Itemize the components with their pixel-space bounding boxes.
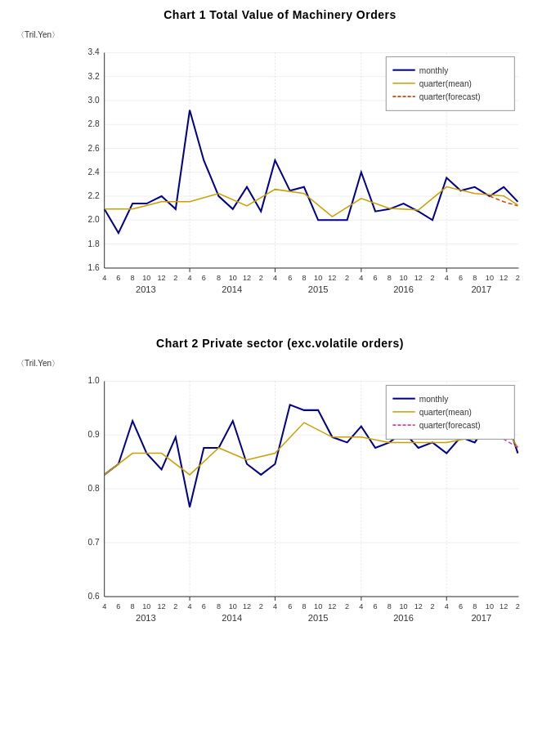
- svg-text:2: 2: [173, 602, 177, 611]
- chart1-monthly-line: [105, 110, 518, 233]
- chart2-area: 〈Tril.Yen〉 1.0 0.9 0.8 0.7 0.6: [16, 356, 544, 641]
- chart1-container: Chart 1 Total Value of Machinery Orders …: [16, 8, 544, 312]
- svg-text:6: 6: [202, 602, 206, 611]
- svg-text:8: 8: [302, 274, 307, 282]
- svg-text:2013: 2013: [136, 284, 156, 294]
- svg-text:2017: 2017: [472, 613, 492, 623]
- svg-text:1.8: 1.8: [88, 239, 100, 248]
- svg-text:4: 4: [445, 602, 449, 611]
- svg-text:2: 2: [345, 274, 349, 282]
- chart2-title: Chart 2 Private sector (exc.volatile ord…: [16, 337, 544, 350]
- svg-text:0.8: 0.8: [88, 484, 100, 493]
- svg-text:10: 10: [142, 602, 150, 611]
- page: Chart 1 Total Value of Machinery Orders …: [0, 0, 560, 673]
- svg-text:4: 4: [273, 274, 277, 282]
- svg-text:2016: 2016: [393, 284, 414, 294]
- svg-text:4: 4: [102, 602, 106, 611]
- svg-text:2: 2: [516, 274, 520, 282]
- svg-text:8: 8: [473, 602, 477, 611]
- svg-text:0.6: 0.6: [88, 592, 100, 601]
- svg-text:4: 4: [273, 602, 277, 611]
- svg-text:8: 8: [217, 274, 221, 282]
- svg-text:8: 8: [388, 602, 392, 611]
- svg-text:4: 4: [359, 602, 363, 611]
- svg-text:2013: 2013: [136, 613, 156, 623]
- svg-text:12: 12: [328, 274, 336, 282]
- svg-text:10: 10: [486, 602, 494, 611]
- svg-text:3.2: 3.2: [88, 72, 100, 81]
- svg-text:quarter(forecast): quarter(forecast): [419, 421, 481, 430]
- svg-text:12: 12: [243, 602, 251, 611]
- chart1-y-label: 〈Tril.Yen〉: [16, 28, 60, 312]
- svg-text:12: 12: [243, 274, 251, 282]
- svg-text:6: 6: [288, 602, 292, 611]
- chart1-inner: 3.4 3.2 3.0 2.8 2.6 2.4 2.2 2.0 1.8 1.6: [63, 28, 544, 312]
- svg-text:2014: 2014: [222, 613, 243, 623]
- svg-text:2.0: 2.0: [88, 215, 100, 224]
- svg-text:monthly: monthly: [419, 66, 449, 75]
- svg-text:2016: 2016: [393, 613, 414, 623]
- svg-text:2.6: 2.6: [88, 144, 100, 153]
- svg-text:0.9: 0.9: [88, 430, 100, 439]
- svg-text:12: 12: [500, 602, 508, 611]
- chart2-y-label: 〈Tril.Yen〉: [16, 356, 60, 641]
- svg-text:4: 4: [445, 274, 449, 282]
- svg-text:8: 8: [302, 602, 307, 611]
- svg-text:8: 8: [131, 602, 135, 611]
- svg-text:2015: 2015: [308, 284, 329, 294]
- svg-text:2: 2: [259, 274, 263, 282]
- svg-text:3.0: 3.0: [88, 96, 100, 105]
- svg-text:6: 6: [117, 602, 121, 611]
- svg-text:12: 12: [500, 274, 508, 282]
- svg-text:4: 4: [102, 274, 106, 282]
- svg-text:1.6: 1.6: [88, 263, 100, 272]
- chart2-svg: 1.0 0.9 0.8 0.7 0.6: [63, 356, 544, 638]
- svg-text:1.0: 1.0: [88, 376, 100, 385]
- svg-text:2.4: 2.4: [88, 168, 100, 177]
- svg-text:10: 10: [142, 274, 150, 282]
- svg-text:2015: 2015: [308, 613, 329, 623]
- chart1-svg: 3.4 3.2 3.0 2.8 2.6 2.4 2.2 2.0 1.8 1.6: [63, 28, 544, 310]
- svg-text:6: 6: [288, 274, 292, 282]
- svg-text:12: 12: [158, 602, 166, 611]
- svg-text:2: 2: [259, 602, 263, 611]
- svg-text:12: 12: [328, 602, 336, 611]
- svg-text:6: 6: [459, 274, 463, 282]
- svg-text:12: 12: [414, 602, 423, 611]
- svg-text:4: 4: [188, 602, 192, 611]
- svg-text:6: 6: [374, 274, 378, 282]
- svg-text:10: 10: [314, 274, 322, 282]
- svg-text:6: 6: [117, 274, 121, 282]
- svg-text:2017: 2017: [472, 284, 492, 294]
- chart1-area: 〈Tril.Yen〉: [16, 28, 544, 312]
- svg-text:6: 6: [459, 602, 463, 611]
- svg-text:2: 2: [345, 602, 349, 611]
- svg-text:2.8: 2.8: [88, 119, 100, 128]
- svg-text:10: 10: [314, 602, 322, 611]
- svg-text:4: 4: [188, 274, 192, 282]
- svg-text:8: 8: [131, 274, 135, 282]
- svg-text:3.4: 3.4: [88, 47, 100, 56]
- svg-text:12: 12: [414, 274, 423, 282]
- svg-text:2: 2: [516, 602, 520, 611]
- svg-text:monthly: monthly: [419, 394, 449, 403]
- svg-text:2.2: 2.2: [88, 191, 100, 200]
- svg-text:8: 8: [473, 274, 477, 282]
- svg-text:10: 10: [229, 602, 237, 611]
- svg-text:2: 2: [431, 274, 435, 282]
- svg-text:10: 10: [229, 274, 237, 282]
- svg-text:quarter(forecast): quarter(forecast): [419, 92, 481, 101]
- svg-text:8: 8: [217, 602, 221, 611]
- svg-text:8: 8: [388, 274, 392, 282]
- svg-text:10: 10: [400, 602, 408, 611]
- chart2-container: Chart 2 Private sector (exc.volatile ord…: [16, 337, 544, 641]
- svg-text:4: 4: [359, 274, 363, 282]
- svg-text:10: 10: [400, 274, 408, 282]
- svg-text:12: 12: [158, 274, 166, 282]
- svg-text:2014: 2014: [222, 284, 243, 294]
- svg-text:quarter(mean): quarter(mean): [419, 79, 472, 88]
- chart1-title: Chart 1 Total Value of Machinery Orders: [16, 8, 544, 21]
- svg-text:6: 6: [374, 602, 378, 611]
- chart2-inner: 1.0 0.9 0.8 0.7 0.6: [63, 356, 544, 641]
- svg-text:6: 6: [202, 274, 206, 282]
